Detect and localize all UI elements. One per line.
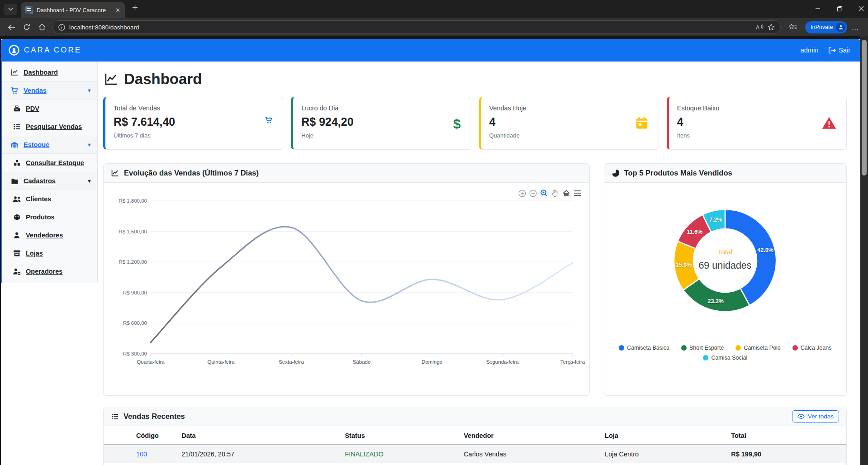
table-column-header: Status [341, 426, 460, 445]
window-close-button[interactable] [851, 0, 868, 17]
tab-search-button[interactable] [4, 4, 17, 15]
table-column-header: Total [727, 426, 846, 445]
sale-store: Loja Centro [601, 445, 727, 463]
brand[interactable]: CARA CORE [8, 44, 81, 56]
legend-dot [792, 345, 798, 351]
sidebar-item-vendas[interactable]: Vendas▼ [2, 81, 97, 100]
top-products-card: Top 5 Produtos Mais Vendidos 42.0%23.2%1… [604, 163, 847, 396]
legend-dot [681, 345, 687, 351]
sales-evolution-header: Evolução das Vendas (Últimos 7 Dias) [104, 164, 589, 183]
favorites-bar-icon[interactable] [785, 20, 801, 34]
sidebar-item-pdv[interactable]: PDV [2, 100, 97, 118]
pan-hand-icon[interactable] [551, 189, 559, 197]
scrollbar-thumb[interactable] [862, 40, 867, 176]
url-text[interactable]: localhost:8080/dashboard [69, 24, 752, 31]
stat-card-vendas-hoje: Vendas Hoje4Quantidade [479, 97, 659, 150]
chart-toolbox [518, 189, 581, 197]
home-button[interactable] [34, 20, 50, 34]
page-title-chart-icon [104, 72, 119, 86]
zoom-in-icon[interactable] [518, 190, 526, 197]
favorite-star-icon[interactable] [768, 24, 775, 31]
new-tab-button[interactable] [132, 4, 138, 12]
sale-code-link[interactable]: 103 [136, 451, 147, 458]
chart-menu-icon[interactable] [574, 190, 581, 196]
svg-text:69 unidades: 69 unidades [699, 260, 752, 271]
svg-text:R$ 1.500,00: R$ 1.500,00 [119, 229, 147, 234]
legend-item[interactable]: Calca Jeans [792, 345, 832, 351]
sales-evolution-card: Evolução das Vendas (Últimos 7 Dias) R$ … [103, 163, 590, 396]
legend-item[interactable]: Short Esporte [681, 345, 724, 351]
site-info-icon[interactable] [58, 24, 65, 31]
stat-label: Estoque Baixo [677, 104, 836, 112]
store-icon [12, 250, 21, 257]
back-button[interactable] [4, 20, 19, 34]
stat-card-estoque-baixo: Estoque Baixo4Itens [667, 97, 847, 150]
home-reset-icon[interactable] [562, 190, 570, 197]
window-restore-button[interactable] [829, 0, 850, 17]
sidebar-item-cadastros[interactable]: Cadastros▼ [2, 172, 97, 190]
address-bar[interactable]: localhost:8080/dashboard A [52, 20, 781, 34]
stat-sublabel: Quantidade [489, 132, 649, 139]
browser-tab[interactable]: Dashboard - PDV Caracore ✕ [21, 2, 125, 18]
sidebar-item-pesquisar-vendas[interactable]: Pesquisar Vendas [2, 118, 97, 136]
sidebar-item-estoque[interactable]: Estoque▼ [2, 136, 97, 154]
view-all-button[interactable]: Ver todas [792, 410, 839, 422]
svg-text:R$ 600,00: R$ 600,00 [123, 320, 147, 326]
sale-vendor: Carlos Vendas [460, 445, 601, 463]
legend-dot [619, 345, 624, 351]
top-products-title: Top 5 Produtos Mais Vendidos [624, 169, 732, 177]
logout-icon [828, 47, 836, 54]
read-aloud-icon[interactable]: A [756, 24, 764, 30]
sidebar-item-dashboard[interactable]: Dashboard [2, 63, 97, 81]
stat-value: 4 [489, 115, 649, 128]
sale-status: FINALIZADO [341, 445, 460, 463]
sidebar-item-vendedores[interactable]: Vendedores [2, 226, 97, 244]
chevron-down-icon: ▼ [87, 142, 92, 147]
sales-line-chart[interactable]: R$ 1.800,00R$ 1.500,00R$ 1.200,00R$ 900,… [104, 183, 590, 395]
stat-card-total-de-vendas: Total de VendasR$ 7.614,40Últimos 7 dias [103, 97, 283, 150]
logout-label: Sair [839, 47, 850, 54]
top-products-donut-chart[interactable]: 42.0%23.2%15.9%11.6%7.2%Total69 unidades [617, 183, 834, 340]
sidebar-item-consultar-estoque[interactable]: Consultar Estoque [2, 154, 97, 172]
tab-close-icon[interactable]: ✕ [115, 7, 120, 14]
zoom-out-icon[interactable] [529, 190, 537, 197]
stat-value: R$ 924,20 [301, 115, 460, 128]
tab-favicon [25, 6, 33, 14]
stat-value: 4 [677, 115, 836, 128]
register-icon [12, 105, 21, 112]
sale-total: R$ 199,90 [727, 445, 846, 463]
calendar-icon [635, 116, 649, 132]
browser-menu-icon[interactable]: ... [852, 24, 859, 31]
svg-text:23.2%: 23.2% [708, 298, 724, 304]
sidebar-item-clientes[interactable]: Clientes [2, 190, 97, 208]
chart-line-icon [10, 69, 19, 76]
logout-button[interactable]: Sair [828, 47, 850, 54]
list-ul-icon [12, 123, 21, 130]
sidebar-item-produtos[interactable]: Produtos [2, 208, 97, 226]
sidebar-item-operadores[interactable]: Operadores [2, 262, 97, 280]
svg-text:R$ 300,00: R$ 300,00 [123, 351, 147, 356]
cart-icon [265, 116, 273, 126]
warehouse-icon [10, 141, 19, 148]
legend-item[interactable]: Camiseta Polo [735, 345, 780, 351]
magnifier-zoom-icon[interactable] [540, 189, 548, 197]
stat-cards-row: Total de VendasR$ 7.614,40Últimos 7 dias… [103, 97, 847, 150]
line-chart-icon [111, 169, 119, 177]
user-icon [12, 232, 21, 239]
inprivate-badge[interactable]: InPrivate [805, 21, 847, 33]
dollar-icon: $ [453, 116, 461, 132]
cubes-icon [12, 159, 21, 166]
window-minimize-button[interactable] [807, 0, 828, 17]
legend-item[interactable]: Camisa Social [703, 355, 747, 361]
page-scrollbar[interactable] [860, 36, 868, 465]
refresh-button[interactable] [19, 20, 34, 34]
svg-text:15.9%: 15.9% [676, 262, 692, 268]
users-icon [12, 195, 21, 203]
chevron-down-icon: ▼ [87, 178, 92, 184]
svg-text:R$ 900,00: R$ 900,00 [123, 290, 147, 295]
sidebar-item-lojas[interactable]: Lojas [2, 244, 97, 262]
cart-icon [10, 87, 19, 95]
app-navbar: CARA CORE admin Sair [1, 39, 860, 62]
page-title-text: Dashboard [124, 71, 202, 88]
legend-item[interactable]: Camiseta Basica [619, 345, 669, 351]
